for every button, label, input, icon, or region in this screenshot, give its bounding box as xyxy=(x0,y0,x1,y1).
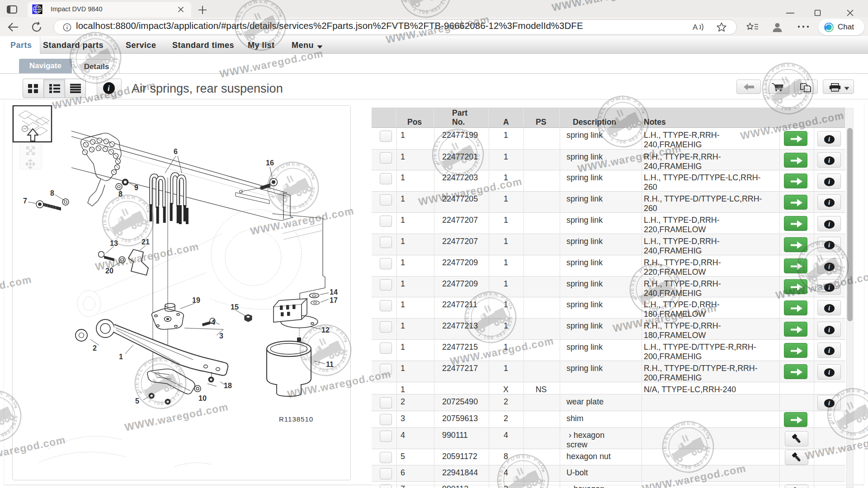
svg-text:12: 12 xyxy=(321,326,330,334)
svg-text:10: 10 xyxy=(198,394,207,402)
svg-text:8: 8 xyxy=(118,190,123,198)
svg-text:6: 6 xyxy=(174,148,178,155)
svg-text:13: 13 xyxy=(110,239,118,247)
svg-text:1: 1 xyxy=(119,353,123,361)
svg-text:19: 19 xyxy=(192,296,200,304)
svg-text:2: 2 xyxy=(93,344,97,352)
svg-text:18: 18 xyxy=(224,382,232,389)
svg-text:5: 5 xyxy=(135,397,139,405)
svg-text:8: 8 xyxy=(50,189,54,197)
svg-text:17: 17 xyxy=(330,296,338,304)
svg-text:3: 3 xyxy=(219,332,223,340)
svg-text:A: A xyxy=(693,23,698,32)
svg-text:15: 15 xyxy=(231,303,239,311)
svg-text:11: 11 xyxy=(326,361,334,368)
svg-text:9: 9 xyxy=(134,184,138,192)
svg-text:16: 16 xyxy=(266,159,274,167)
svg-text:20: 20 xyxy=(105,267,113,275)
svg-text:7: 7 xyxy=(23,197,27,205)
svg-text:R1138510: R1138510 xyxy=(279,415,313,423)
svg-text:21: 21 xyxy=(142,238,150,246)
svg-text:4: 4 xyxy=(211,319,215,326)
svg-text:14: 14 xyxy=(330,288,338,296)
svg-text:i: i xyxy=(108,84,110,93)
